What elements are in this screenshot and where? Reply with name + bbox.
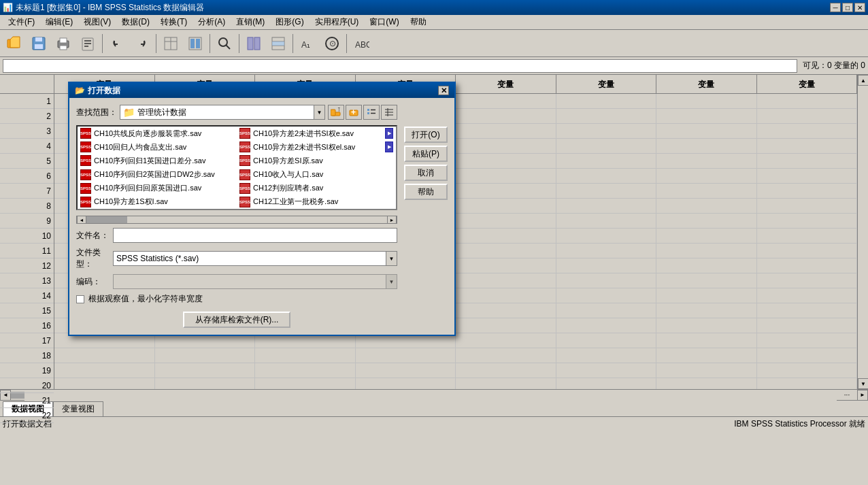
cell[interactable]: [656, 184, 757, 199]
cell[interactable]: [456, 199, 556, 214]
h-scroll-track[interactable]: [24, 390, 837, 401]
menu-help[interactable]: 帮助: [405, 15, 432, 29]
tool-find[interactable]: [213, 33, 236, 54]
cell[interactable]: [556, 139, 657, 154]
scroll-track[interactable]: [858, 86, 868, 378]
cell[interactable]: [255, 378, 356, 389]
lookup-list-view-button[interactable]: [363, 105, 380, 120]
cell[interactable]: [757, 303, 858, 318]
cell[interactable]: [757, 273, 858, 288]
cell[interactable]: [656, 169, 757, 184]
cell[interactable]: [456, 258, 556, 273]
cell[interactable]: [456, 169, 556, 184]
cell[interactable]: [656, 378, 757, 389]
cell[interactable]: [656, 244, 757, 258]
cell[interactable]: [556, 229, 657, 244]
cell[interactable]: [656, 273, 757, 288]
list-item[interactable]: SPSS CH12工业第一批税务.sav: [237, 195, 396, 209]
tool-redo[interactable]: [130, 33, 153, 54]
minimize-button[interactable]: ─: [830, 3, 841, 12]
list-item[interactable]: SPSS CH10收入与人口.sav: [237, 167, 396, 181]
tool-callrecentfiles[interactable]: [76, 33, 99, 54]
lookup-dropdown-arrow[interactable]: ▼: [314, 105, 324, 119]
minimize-checkbox[interactable]: [76, 295, 84, 303]
cell[interactable]: [757, 363, 858, 378]
cell[interactable]: [656, 318, 757, 333]
cell[interactable]: [456, 214, 556, 229]
cell[interactable]: [556, 169, 657, 184]
retrieve-from-repo-button[interactable]: 从存储库检索文件(R)...: [183, 312, 291, 328]
list-item[interactable]: SPSS CH12判别应聘者.sav: [237, 182, 396, 195]
cell[interactable]: [757, 229, 858, 244]
menu-graphs[interactable]: 图形(G): [270, 15, 309, 29]
menu-utilities[interactable]: 实用程序(U): [310, 15, 365, 29]
file-hscroll-right[interactable]: ►: [387, 216, 397, 224]
tool-save[interactable]: [27, 33, 50, 54]
cell[interactable]: [757, 184, 858, 199]
cell[interactable]: [556, 258, 657, 273]
tool-open[interactable]: [3, 33, 26, 54]
cell[interactable]: [656, 333, 757, 348]
cell[interactable]: [656, 348, 757, 363]
scroll-down-button[interactable]: ▼: [858, 378, 868, 389]
tool-goto-case[interactable]: [159, 33, 182, 54]
cell[interactable]: [656, 258, 757, 273]
cell[interactable]: [456, 184, 556, 199]
cell[interactable]: [757, 139, 858, 154]
cell[interactable]: [556, 94, 657, 109]
lookup-new-folder-button[interactable]: +: [346, 105, 362, 120]
cell[interactable]: [556, 124, 657, 139]
cell[interactable]: [456, 109, 556, 124]
tool-goto-variable[interactable]: [184, 33, 207, 54]
menu-data[interactable]: 数据(D): [116, 15, 155, 29]
cell[interactable]: [556, 273, 657, 288]
cancel-button[interactable]: 取消: [404, 165, 448, 181]
cell[interactable]: [556, 109, 657, 124]
close-button[interactable]: ✕: [854, 3, 865, 12]
scroll-right-button[interactable]: ►: [857, 390, 868, 401]
cell[interactable]: [556, 318, 657, 333]
cell[interactable]: [656, 139, 757, 154]
cell[interactable]: [757, 258, 858, 273]
cell[interactable]: [656, 288, 757, 303]
cell[interactable]: [255, 348, 356, 363]
list-item[interactable]: SPSS CH10异方差SI原.sav: [237, 154, 396, 167]
tool-select-cases[interactable]: [267, 33, 290, 54]
tool-undo[interactable]: [105, 33, 129, 54]
cell[interactable]: [656, 154, 757, 169]
cell[interactable]: [656, 109, 757, 124]
cell[interactable]: [757, 169, 858, 184]
lookup-details-view-button[interactable]: [381, 105, 397, 120]
cell[interactable]: [757, 348, 858, 363]
cell[interactable]: [656, 94, 757, 109]
open-button[interactable]: 打开(O): [404, 127, 448, 143]
cell[interactable]: [456, 303, 556, 318]
cell[interactable]: [456, 124, 556, 139]
lookup-up-button[interactable]: ↑: [328, 105, 344, 120]
cell[interactable]: [656, 229, 757, 244]
list-item[interactable]: SPSS CH10异方差2未进书SI权el.sav ▶: [237, 140, 396, 154]
tool-print[interactable]: [52, 33, 75, 54]
cell[interactable]: [757, 333, 858, 348]
maximize-button[interactable]: □: [842, 3, 853, 12]
cell[interactable]: [757, 318, 858, 333]
cell[interactable]: [656, 214, 757, 229]
cell[interactable]: [656, 199, 757, 214]
filetype-dropdown-arrow[interactable]: ▼: [386, 252, 397, 265]
paste-button[interactable]: 粘贴(P): [404, 146, 448, 162]
list-item[interactable]: SPSS CH10序列回归回原英国进口.sav: [78, 182, 237, 195]
help-button[interactable]: 帮助: [404, 184, 448, 200]
cell[interactable]: [757, 154, 858, 169]
cell[interactable]: [556, 348, 657, 363]
list-item[interactable]: SPSS CH10序列回归1英国进口差分.sav: [78, 154, 237, 167]
cell[interactable]: [656, 303, 757, 318]
menu-edit[interactable]: 编辑(E): [40, 15, 78, 29]
list-item[interactable]: SPSS CH10序列回归2英国进口DW2步.sav: [78, 167, 237, 181]
menu-file[interactable]: 文件(F): [3, 15, 40, 29]
cell[interactable]: [54, 348, 155, 363]
tool-split[interactable]: [242, 33, 265, 54]
menu-directmarketing[interactable]: 直销(M): [231, 15, 270, 29]
cell[interactable]: [757, 124, 858, 139]
list-item[interactable]: SPSS CH10共线反向逐步服装需求.sav: [78, 127, 237, 140]
cell[interactable]: [556, 199, 657, 214]
